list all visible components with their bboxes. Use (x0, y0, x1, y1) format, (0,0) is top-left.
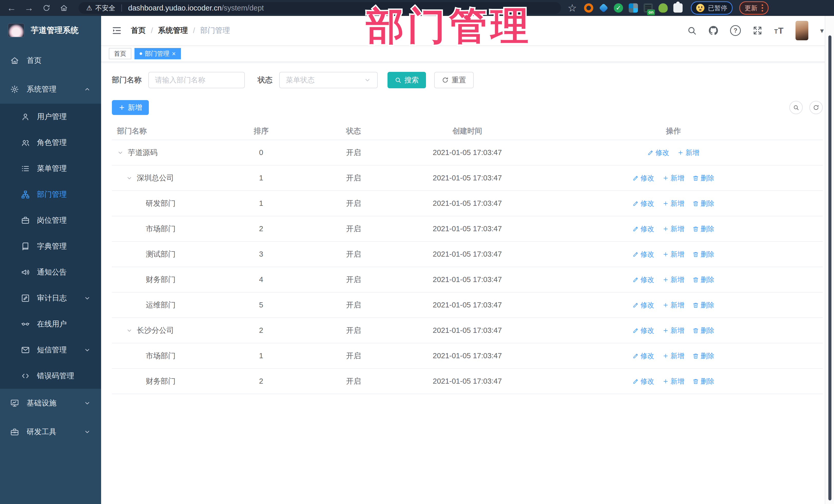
sidebar-item-devtool[interactable]: 研发工具 (0, 418, 101, 446)
sidebar-item-infra[interactable]: 基础设施 (0, 389, 101, 418)
sidebar-item-sms[interactable]: 短信管理 (0, 337, 101, 363)
row-action-add[interactable]: 新增 (663, 351, 684, 360)
row-action-add[interactable]: 新增 (678, 148, 699, 157)
dept-name[interactable]: 芋道源码 (128, 148, 158, 158)
breadcrumb-item[interactable]: 系统管理 (158, 25, 188, 36)
pencil-icon (633, 226, 639, 232)
font-size-icon[interactable]: TT (774, 26, 784, 36)
ext-orange-icon[interactable] (584, 3, 593, 13)
ext-grid-icon[interactable] (629, 3, 638, 13)
row-action-delete[interactable]: 删除 (693, 275, 715, 284)
row-action-edit[interactable]: 修改 (633, 174, 654, 183)
browser-refresh-button[interactable] (41, 2, 52, 14)
sidebar-item-post[interactable]: 岗位管理 (0, 207, 101, 233)
row-action-label: 修改 (640, 377, 654, 386)
row-action-edit[interactable]: 修改 (633, 377, 654, 386)
row-action-add[interactable]: 新增 (663, 174, 684, 183)
row-action-add[interactable]: 新增 (663, 275, 684, 284)
sidebar-item-menu[interactable]: 菜单管理 (0, 155, 101, 181)
row-action-delete[interactable]: 删除 (693, 301, 715, 310)
fullscreen-icon[interactable] (753, 26, 762, 36)
ext-puzzle-icon[interactable] (673, 3, 683, 13)
profile-paused-pill[interactable]: 已暂停 (691, 1, 733, 15)
hamburger-icon[interactable] (111, 25, 122, 36)
scrollbar-thumb[interactable] (828, 36, 831, 500)
url-text: dashboard.yudao.iocoder.cn/system/dept (128, 4, 264, 12)
sidebar-item-dept[interactable]: 部门管理 (0, 181, 101, 207)
ext-green-v-icon[interactable] (614, 3, 623, 13)
sidebar-item-user[interactable]: 用户管理 (0, 104, 101, 130)
chevron-down-icon[interactable]: ▾ (820, 26, 824, 35)
add-button[interactable]: 新增 (112, 100, 149, 115)
sidebar-item-system[interactable]: 系统管理 (0, 75, 101, 104)
sidebar-item-home[interactable]: 首页 (0, 46, 101, 75)
row-action-add[interactable]: 新增 (663, 224, 684, 234)
dept-created: 2021-01-05 17:03:47 (410, 275, 524, 284)
row-action-edit[interactable]: 修改 (633, 301, 654, 310)
row-action-add[interactable]: 新增 (663, 199, 684, 208)
row-action-delete[interactable]: 删除 (693, 377, 715, 386)
row-action-add[interactable]: 新增 (663, 377, 684, 386)
help-icon[interactable]: ? (730, 25, 741, 36)
row-action-delete[interactable]: 删除 (693, 326, 715, 335)
row-action-label: 修改 (640, 351, 654, 360)
row-action-delete[interactable]: 删除 (693, 199, 715, 208)
row-action-edit[interactable]: 修改 (633, 250, 654, 259)
row-action-add[interactable]: 新增 (663, 250, 684, 259)
row-action-edit[interactable]: 修改 (633, 199, 654, 208)
search-button[interactable]: 搜索 (388, 72, 426, 88)
breadcrumb-item[interactable]: 首页 (131, 25, 146, 36)
dept-name[interactable]: 深圳总公司 (137, 173, 174, 183)
reset-button[interactable]: 重置 (434, 72, 474, 88)
dept-name[interactable]: 长沙分公司 (137, 325, 174, 336)
github-icon[interactable] (708, 26, 718, 36)
row-action-add[interactable]: 新增 (663, 301, 684, 310)
ext-bot-icon[interactable] (658, 3, 668, 13)
address-bar[interactable]: ⚠不安全 dashboard.yudao.iocoder.cn/system/d… (79, 2, 561, 14)
close-icon[interactable]: × (172, 50, 176, 57)
row-action-delete[interactable]: 删除 (693, 351, 715, 360)
row-action-edit[interactable]: 修改 (633, 351, 654, 360)
dept-sort: 3 (225, 250, 297, 258)
sidebar-logo[interactable]: 芋道管理系统 (0, 16, 101, 46)
sidebar-item-notice[interactable]: 通知公告 (0, 259, 101, 285)
sidebar-item-label: 在线用户 (37, 319, 67, 329)
user-avatar[interactable] (795, 21, 808, 40)
browser-back-button[interactable]: ← (6, 2, 18, 14)
row-action-delete[interactable]: 删除 (693, 174, 715, 183)
search-icon[interactable] (687, 26, 697, 36)
row-action-edit[interactable]: 修改 (633, 275, 654, 284)
row-action-add[interactable]: 新增 (663, 326, 684, 335)
browser-update-button[interactable]: 更新 (739, 1, 769, 15)
toggle-search-button[interactable] (789, 101, 803, 114)
tree-icon (21, 190, 30, 199)
dept-created: 2021-01-05 17:03:47 (410, 352, 524, 360)
row-action-edit[interactable]: 修改 (633, 326, 654, 335)
dept-name-input[interactable]: 请输入部门名称 (148, 72, 245, 88)
row-action-delete[interactable]: 删除 (693, 250, 715, 259)
browser-home-button[interactable] (58, 2, 70, 14)
user-icon (21, 112, 30, 121)
sidebar-item-dict[interactable]: 字典管理 (0, 233, 101, 259)
row-action-label: 删除 (701, 326, 715, 335)
browser-forward-button[interactable]: → (23, 2, 35, 14)
row-action-edit[interactable]: 修改 (633, 224, 654, 234)
row-action-delete[interactable]: 删除 (693, 224, 715, 234)
browser-menu-kebab-icon[interactable] (762, 4, 763, 12)
sidebar-item-audit[interactable]: 审计日志 (0, 285, 101, 311)
ext-blue-icon[interactable] (599, 3, 608, 13)
ext-stack-icon[interactable]: on (643, 3, 653, 13)
bookmark-star-icon[interactable]: ☆ (568, 2, 577, 14)
sidebar-item-online[interactable]: 在线用户 (0, 311, 101, 337)
status-select[interactable]: 菜单状态 (279, 72, 378, 88)
toolbox-icon (10, 428, 19, 436)
scrollbar[interactable] (825, 16, 834, 504)
refresh-table-button[interactable] (809, 101, 823, 114)
tab-部门管理[interactable]: 部门管理× (134, 48, 181, 59)
tab-首页[interactable]: 首页 (109, 48, 131, 59)
row-action-edit[interactable]: 修改 (648, 148, 669, 157)
sidebar-item-role[interactable]: 角色管理 (0, 130, 101, 155)
trash-icon (693, 327, 699, 334)
sidebar-item-errcode[interactable]: 错误码管理 (0, 363, 101, 389)
dept-status: 开启 (297, 275, 410, 285)
